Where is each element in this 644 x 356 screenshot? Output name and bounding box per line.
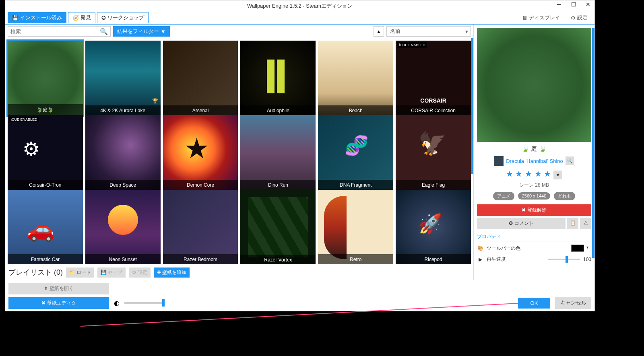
tile-corsair-o-tron[interactable]: iCUE ENABLEDCorsair-O-Tron xyxy=(8,115,83,190)
author-link[interactable]: Dracula 'Hannibal' Shino xyxy=(506,158,563,164)
tile-dna[interactable]: DNA Fragment xyxy=(318,115,393,190)
ok-button[interactable]: OK xyxy=(518,298,550,309)
tab-discover[interactable]: 🧭 発見 xyxy=(68,12,95,23)
titlebar: Wallpaper Engine 1.5.2 - Steamエディション ─ ☐… xyxy=(5,0,594,12)
tile-audiophile[interactable]: Audiophile xyxy=(240,41,316,116)
cancel-button[interactable]: キャンセル xyxy=(555,297,591,309)
brightness-slider[interactable] xyxy=(124,302,165,304)
tile-neon[interactable]: Neon Sunset xyxy=(85,190,161,264)
display-button[interactable]: 🖥 ディスプレイ xyxy=(518,12,565,23)
wallpaper-editor-button[interactable]: ✖ 壁紙エディタ xyxy=(8,297,109,309)
properties-header: プロパティ xyxy=(477,233,591,241)
playlist-label: プレイリスト (0) xyxy=(8,268,63,277)
settings-button[interactable]: ⚙ 設定 xyxy=(566,12,592,23)
window-title: Wallpaper Engine 1.5.2 - Steamエディション xyxy=(247,2,353,10)
author-search-icon[interactable]: 🔍 xyxy=(566,156,574,165)
rating-stars[interactable]: ★ ★ ★ ★ ★♥ xyxy=(477,169,591,179)
filter-button[interactable]: 結果をフィルター ▼ xyxy=(113,26,170,37)
brightness-icon: ◐ xyxy=(114,299,120,307)
tile-beach[interactable]: Beach xyxy=(318,41,393,116)
color-swatch[interactable] xyxy=(571,245,584,252)
copy-icon[interactable]: 📋 xyxy=(567,218,578,229)
tile-razer-vortex[interactable]: Razer Vortex xyxy=(240,190,316,264)
playlist-add-button[interactable]: ✚ 壁紙を追加 xyxy=(154,268,190,278)
preview-meta: シーン 28 MB xyxy=(477,182,591,189)
speed-slider[interactable] xyxy=(548,259,580,260)
trophy-icon: 🏆 xyxy=(152,98,158,104)
search-icon[interactable]: 🔍 xyxy=(100,28,108,35)
sort-select[interactable]: 名前 xyxy=(386,26,471,37)
open-wallpaper-button[interactable]: ⬆ 壁紙を開く xyxy=(8,283,109,294)
palette-icon: 🎨 xyxy=(477,245,483,251)
tile-dino-run[interactable]: Dino Run xyxy=(240,115,316,190)
tile-razer-bedroom[interactable]: Razer Bedroom xyxy=(163,190,238,264)
tile-eagle[interactable]: Eagle Flag xyxy=(396,115,471,190)
tile-retro[interactable]: Retro xyxy=(318,190,393,264)
panel-scrollbar[interactable] xyxy=(592,28,594,258)
tile-deep-space[interactable]: Deep Space xyxy=(85,115,161,190)
comment-button[interactable]: ✪ コメント xyxy=(477,218,566,229)
close-icon[interactable]: ✕ xyxy=(583,1,593,8)
tile-ricepod[interactable]: Ricepod xyxy=(396,190,471,264)
tile-car[interactable]: Fantastic Car xyxy=(8,190,83,264)
report-icon[interactable]: ⚠ xyxy=(580,218,591,229)
tab-installed[interactable]: 💾 インストール済み xyxy=(8,12,66,23)
minimize-icon[interactable]: ─ xyxy=(554,1,564,8)
main-toolbar: 💾 インストール済み 🧭 発見 ✪ ワークショップ 🖥 ディスプレイ ⚙ 設定 xyxy=(5,12,594,25)
tab-workshop[interactable]: ✪ ワークショップ xyxy=(97,12,149,23)
grid-scrollbar[interactable] xyxy=(471,38,473,174)
playlist-save-button[interactable]: 💾 セーブ xyxy=(97,268,126,278)
preview-tags: アニメ 2560 x 1440 どれも xyxy=(477,192,591,200)
playlist-settings-button[interactable]: ⚙ 設定 xyxy=(129,268,151,278)
unsubscribe-button[interactable]: ✖ 登録解除 xyxy=(477,204,591,216)
favorite-button[interactable]: ♥ xyxy=(553,171,562,179)
tile-arsenal[interactable]: Arsenal xyxy=(163,41,238,116)
tile-demon-core[interactable]: Demon Core xyxy=(163,115,238,190)
preview-image xyxy=(477,28,591,142)
tile-corsair[interactable]: iCUE ENABLEDCORSAIR Collection xyxy=(396,41,471,116)
sort-direction-button[interactable]: ▲ xyxy=(374,26,384,37)
search-input[interactable]: 🔍 xyxy=(8,26,111,37)
playlist-load-button[interactable]: 📁 ロード xyxy=(66,268,94,278)
wallpaper-grid: 🍃庭🍃 🏆4K & 2K Aurora Lake Arsenal Audioph… xyxy=(5,38,473,264)
preview-panel: 🍃 庭 🍃 Dracula 'Hannibal' Shino 🔍 ★ ★ ★ ★… xyxy=(474,25,594,280)
tile-niwa[interactable]: 🍃庭🍃 xyxy=(8,41,83,116)
maximize-icon[interactable]: ☐ xyxy=(569,1,578,8)
author-avatar[interactable] xyxy=(494,156,504,166)
play-icon: ▶ xyxy=(477,257,483,262)
preview-title: 🍃 庭 🍃 xyxy=(477,145,591,153)
tile-aurora[interactable]: 🏆4K & 2K Aurora Lake xyxy=(85,41,161,116)
